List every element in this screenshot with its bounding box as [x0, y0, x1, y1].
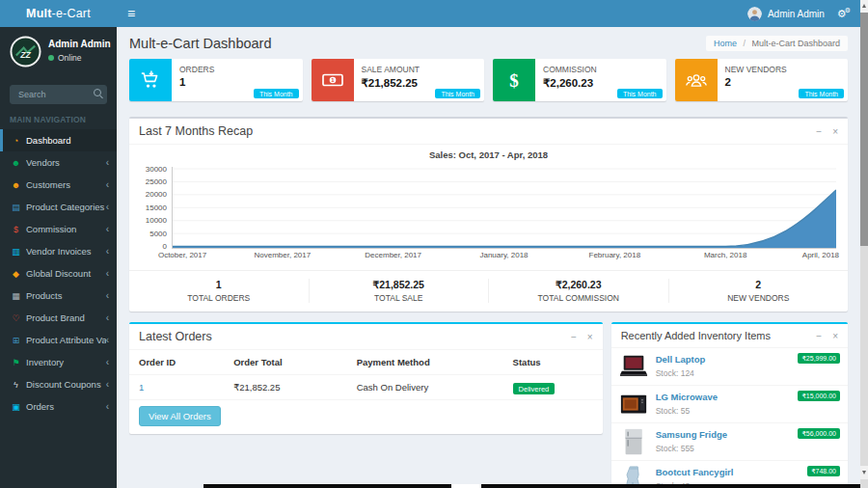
this-month-badge: This Month [435, 89, 480, 98]
sidebar-item-customers[interactable]: ☻ Customers ‹ [0, 174, 117, 196]
horizontal-scrollbar-thumb[interactable] [481, 484, 860, 488]
stat-total-orders: 1 TOTAL ORDERS [129, 279, 310, 303]
latest-orders-box: Latest Orders − × Order ID Order Total P… [129, 322, 603, 434]
y-tick-label: 15000 [146, 203, 167, 212]
cart-arrow-down-icon [129, 59, 172, 101]
chevron-left-icon: ‹ [106, 179, 109, 190]
info-box-value: ₹21,852.25 [362, 76, 420, 90]
gears-icon[interactable]: ⚙⚙ [837, 8, 851, 20]
x-tick-label: November, 2017 [254, 251, 311, 259]
info-box-orders: ORDERS 1 This Month [129, 59, 303, 101]
stat-label: TOTAL SALE [310, 293, 489, 303]
collapse-button[interactable]: − [816, 331, 822, 341]
vertical-scrollbar-thumb[interactable] [860, 13, 868, 246]
product-name-link[interactable]: Dell Laptop [656, 354, 706, 365]
sidebar-item-product-categories[interactable]: ▤ Product Categories ‹ [0, 196, 117, 218]
chart-title: Sales: Oct, 2017 - Apr, 2018 [129, 149, 848, 160]
horizontal-scrollbar-track[interactable] [451, 484, 481, 488]
close-button[interactable]: × [587, 332, 593, 342]
close-button[interactable]: × [832, 126, 838, 137]
product-name-link[interactable]: Bootcut Fancygirl [656, 467, 734, 477]
product-price-badge: ₹56,000.00 [798, 428, 840, 439]
product-attribute-values-icon: ⊞ [10, 336, 22, 345]
col-payment-method: Payment Method [347, 350, 503, 375]
order-id-link[interactable]: 1 [139, 382, 144, 393]
product-price-badge: ₹25,999.00 [798, 353, 840, 364]
product-name-link[interactable]: LG Microwave [656, 392, 718, 402]
top-navbar: Mult-e-Cart ≡ Admin Admin ⚙⚙ [0, 0, 868, 27]
sidebar-item-vendors[interactable]: ☻ Vendors ‹ [0, 151, 117, 174]
customers-icon: ☻ [10, 180, 22, 190]
sidebar-toggle-icon[interactable]: ≡ [117, 0, 146, 27]
col-status: Status [503, 350, 603, 375]
sidebar-user-name: Admin Admin [48, 39, 111, 49]
vertical-scrollbar[interactable] [860, 0, 868, 488]
search-input[interactable] [10, 85, 107, 104]
area-series [173, 167, 836, 248]
chevron-left-icon: ‹ [106, 224, 109, 234]
stat-label: TOTAL ORDERS [129, 293, 309, 303]
close-button[interactable]: × [832, 331, 838, 341]
navbar: ≡ Admin Admin ⚙⚙ [117, 0, 868, 27]
sidebar-item-vendor-invoices[interactable]: ▥ Vendor Invoices ‹ [0, 240, 117, 262]
breadcrumb-home-link[interactable]: Home [714, 39, 737, 48]
chart-box-header: Last 7 Months Recap − × [129, 119, 848, 145]
svg-text:$: $ [509, 70, 519, 91]
sidebar-item-discount-coupons[interactable]: ϟ Discount Coupons ‹ [0, 373, 117, 395]
chart-y-axis: 050001000015000200002500030000 [141, 167, 172, 248]
product-brand-icon: ♡ [10, 313, 22, 323]
sidebar-nav: ◔ Dashboard ☻ Vendors ‹ ☻ Customers ‹ ▤ … [0, 129, 117, 418]
stat-value: ₹21,852.25 [310, 279, 489, 290]
sidebar-item-dashboard[interactable]: ◔ Dashboard [0, 129, 117, 151]
logo-text-bold: Mult [26, 7, 51, 20]
product-price-badge: ₹748.00 [807, 466, 840, 476]
user-status[interactable]: Online [48, 53, 111, 63]
sidebar-item-product-brand[interactable]: ♡ Product Brand ‹ [0, 307, 117, 329]
stat-label: TOTAL COMMISSION [489, 293, 668, 303]
info-box-value: 1 [179, 76, 214, 88]
chart-footer: 1 TOTAL ORDERS ₹21,852.25 TOTAL SALE ₹2,… [129, 270, 848, 312]
sidebar-item-global-discount[interactable]: ◆ Global Discount ‹ [0, 262, 117, 285]
nav-section-label: MAIN NAVIGATION [0, 108, 117, 129]
collapse-button[interactable]: − [571, 332, 577, 342]
svg-text:ZZ: ZZ [19, 50, 31, 60]
sidebar-item-orders[interactable]: ▣ Orders ‹ [0, 395, 117, 418]
horizontal-scrollbar-thumb[interactable] [203, 484, 451, 488]
sidebar-item-commission[interactable]: $ Commission ‹ [0, 218, 117, 240]
x-tick-label: December, 2017 [365, 251, 421, 259]
collapse-button[interactable]: − [816, 126, 822, 137]
avatar: ZZ [10, 36, 41, 71]
sidebar-search [10, 84, 107, 104]
y-tick-label: 30000 [146, 165, 167, 174]
x-tick-label: January, 2018 [479, 251, 528, 259]
sidebar-item-product-attribute-values[interactable]: ⊞ Product Attribute Values ‹ [0, 329, 117, 351]
scroll-down-button[interactable] [860, 466, 868, 479]
global-discount-icon: ◆ [10, 269, 22, 279]
y-tick-label: 10000 [146, 216, 167, 225]
search-icon[interactable] [94, 89, 101, 96]
col-order-id: Order ID [129, 350, 224, 375]
main-content: Mult-e-Cart Dashboard Home / Mult-e-Cart… [117, 27, 860, 488]
stat-value: 1 [129, 279, 309, 290]
stat-value: 2 [669, 279, 849, 290]
dashboard-icon: ◔ [10, 136, 22, 146]
y-tick-label: 0 [163, 242, 167, 251]
order-status-badge: Delivered [513, 383, 556, 394]
y-tick-label: 20000 [146, 190, 167, 199]
user-menu[interactable]: Admin Admin [747, 7, 825, 21]
view-all-orders-button[interactable]: View All Orders [139, 406, 221, 426]
scroll-up-button[interactable] [860, 0, 868, 13]
vendor-invoices-icon: ▥ [10, 247, 22, 257]
y-tick-label: 5000 [149, 230, 167, 238]
product-name-link[interactable]: Samsung Fridge [656, 429, 727, 440]
content-header: Mult-e-Cart Dashboard Home / Mult-e-Cart… [129, 36, 848, 51]
info-box-label: ORDERS [179, 65, 214, 74]
sidebar-item-inventory[interactable]: ⚑ Inventory ‹ [0, 351, 117, 373]
microwave-thumbnail [619, 390, 648, 419]
info-box-value: 2 [725, 76, 787, 88]
sidebar-item-products[interactable]: ▦ Products ‹ [0, 285, 117, 307]
app-logo[interactable]: Mult-e-Cart [0, 0, 117, 27]
info-box-sale-amount: 1 SALE AMOUNT ₹21,852.25 This Month [312, 59, 485, 101]
x-tick-label: March, 2018 [704, 251, 746, 259]
chart-box-title: Last 7 Months Recap [139, 124, 253, 138]
